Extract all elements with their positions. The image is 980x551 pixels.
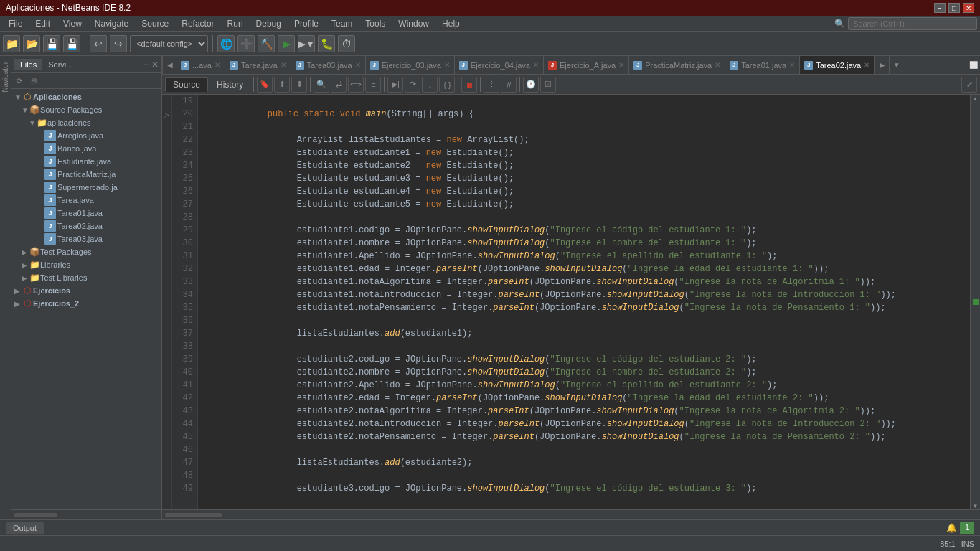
diff-btn[interactable]: ⇄ xyxy=(331,77,347,93)
menu-view[interactable]: View xyxy=(57,17,88,30)
tree-item-tarea[interactable]: ▶ J Tarea.java xyxy=(11,194,161,207)
tab-ejercicio04[interactable]: J Ejercicio_04.java ✕ xyxy=(455,56,544,74)
search-input[interactable] xyxy=(848,17,977,30)
run-button[interactable]: ▶ xyxy=(278,35,295,52)
tab-tarea02[interactable]: J Tarea02.java ✕ xyxy=(800,56,875,74)
fold-btn-20[interactable]: ▷ xyxy=(162,108,171,121)
tab-tarea01[interactable]: J Tarea01.java ✕ xyxy=(725,56,800,74)
source-tab[interactable]: Source xyxy=(165,77,208,92)
tab-files[interactable]: Files xyxy=(14,59,42,70)
menu-navigate[interactable]: Navigate xyxy=(89,17,134,30)
tab-close-ej03[interactable]: ✕ xyxy=(444,61,450,69)
tree-item-aplicaciones[interactable]: ▼ ⬡ Aplicaciones xyxy=(11,90,161,103)
menu-team[interactable]: Team xyxy=(326,17,358,30)
globe-button[interactable]: 🌐 xyxy=(217,35,235,52)
tab-ejercicioA[interactable]: J Ejercicio_A.java ✕ xyxy=(544,56,629,74)
menu-window[interactable]: Window xyxy=(392,17,435,30)
code-line-37[interactable]: listaEstudiantes.add(estudiante1); xyxy=(198,327,970,340)
tab-close-tarea[interactable]: ✕ xyxy=(281,61,286,69)
code-line-25[interactable]: Estudiante estudiante3 = new Estudiante(… xyxy=(198,172,970,185)
history-btn2[interactable]: 🕐 xyxy=(523,77,539,93)
tree-item-source-packages[interactable]: ▼ 📦 Source Packages xyxy=(11,103,161,116)
menu-refactor[interactable]: Refactor xyxy=(176,17,220,30)
undo-button[interactable]: ↩ xyxy=(90,35,107,52)
code-line-48[interactable] xyxy=(198,469,970,482)
code-line-30[interactable]: estudiante1.nombre = JOptionPane.showInp… xyxy=(198,237,970,250)
tab-close-tarea01[interactable]: ✕ xyxy=(789,61,795,69)
profile-button[interactable]: ⏱ xyxy=(338,35,355,52)
menu-tools[interactable]: Tools xyxy=(359,17,391,30)
expand-source[interactable]: ▼ xyxy=(22,106,29,114)
run-to-cursor[interactable]: ▶| xyxy=(387,77,403,93)
diff3-btn[interactable]: ≡ xyxy=(365,77,381,93)
history-tab[interactable]: History xyxy=(209,78,250,91)
tab-close-practica[interactable]: ✕ xyxy=(715,61,720,69)
tree-scrollbar[interactable] xyxy=(11,509,161,519)
tab-scroll-right[interactable]: ▶ xyxy=(875,56,889,74)
code-line-21[interactable] xyxy=(198,121,970,133)
step-into[interactable]: ↓ xyxy=(422,77,438,93)
code-line-24[interactable]: Estudiante estudiante2 = new Estudiante(… xyxy=(198,159,970,172)
tab-close-javaave[interactable]: ✕ xyxy=(215,61,220,69)
code-line-20[interactable]: public static void main(String[] args) { xyxy=(198,108,970,121)
tab-close-ejA[interactable]: ✕ xyxy=(618,61,624,69)
save-button[interactable]: 💾 xyxy=(43,35,60,52)
menu-source[interactable]: Source xyxy=(136,17,174,30)
tree-item-test-pkgs[interactable]: ▶ 📦 Test Packages xyxy=(11,245,161,258)
code-line-32[interactable]: estudiante1.edad = Integer.parseInt(JOpt… xyxy=(198,263,970,276)
code-line-23[interactable]: Estudiante estudiante1 = new Estudiante(… xyxy=(198,146,970,159)
diff2-btn[interactable]: ⟺ xyxy=(348,77,364,93)
menu-file[interactable]: File xyxy=(3,17,28,30)
add-button[interactable]: ➕ xyxy=(237,35,255,52)
save-all-button[interactable]: 💾 xyxy=(63,35,80,52)
tree-item-super[interactable]: ▶ J Supermercado.ja xyxy=(11,181,161,194)
code-line-43[interactable]: estudiante2.notaAlgoritima = Integer.par… xyxy=(198,405,970,418)
code-line-19[interactable] xyxy=(198,95,970,108)
right-scrollbar[interactable]: ▲ ▼ xyxy=(970,95,980,509)
search-btn[interactable]: 🔍 xyxy=(314,77,329,93)
tab-javaave[interactable]: J ...ava ✕ xyxy=(176,56,225,74)
tree-item-banco[interactable]: ▶ J Banco.java xyxy=(11,142,161,155)
code-line-29[interactable]: estudiante1.codigo = JOptionPane.showInp… xyxy=(198,224,970,237)
code-line-36[interactable] xyxy=(198,314,970,327)
code-line-35[interactable]: estudiante1.notaPensamiento = Integer.pa… xyxy=(198,301,970,314)
tab-close-tarea03[interactable]: ✕ xyxy=(355,61,361,69)
tree-item-practica[interactable]: ▶ J PracticaMatriz.ja xyxy=(11,168,161,181)
code-line-40[interactable]: estudiante2.nombre = JOptionPane.showInp… xyxy=(198,366,970,379)
match-brace[interactable]: { } xyxy=(439,77,455,93)
redo-button[interactable]: ↪ xyxy=(110,35,127,52)
tasks-btn[interactable]: ☑ xyxy=(540,77,556,93)
debug-button[interactable]: 🐛 xyxy=(318,35,335,52)
code-line-33[interactable]: estudiante1.notaAlgoritima = Integer.par… xyxy=(198,276,970,288)
next-bookmark[interactable]: ⬇ xyxy=(291,77,307,93)
toggle-bookmark[interactable]: 🔖 xyxy=(257,77,273,93)
tab-tarea[interactable]: J Tarea.java ✕ xyxy=(225,56,291,74)
menu-edit[interactable]: Edit xyxy=(29,17,56,30)
code-line-46[interactable] xyxy=(198,443,970,456)
tree-item-aplicaciones-pkg[interactable]: ▼ 📁 aplicaciones xyxy=(11,116,161,129)
prev-bookmark[interactable]: ⬆ xyxy=(274,77,290,93)
open-project-button[interactable]: 📂 xyxy=(23,35,40,52)
panel-close-button[interactable]: ✕ xyxy=(151,60,159,70)
code-line-34[interactable]: estudiante1.notaIntroduccion = Integer.p… xyxy=(198,288,970,301)
code-line-22[interactable]: ArrayList listaEstudiantes = new ArrayLi… xyxy=(198,133,970,146)
tree-item-ejercicios2[interactable]: ▶ ⬡ Ejercicios_2 xyxy=(11,297,161,310)
run-more-button[interactable]: ▶▼ xyxy=(298,35,315,52)
expand-test[interactable]: ▶ xyxy=(22,248,29,256)
code-line-45[interactable]: estudiante2.notaPensamiento = Integer.pa… xyxy=(198,430,970,443)
close-button[interactable]: ✕ xyxy=(963,3,974,13)
tree-item-tarea02[interactable]: ▶ J Tarea02.java xyxy=(11,220,161,232)
tab-services[interactable]: Servi... xyxy=(42,59,78,70)
menu-run[interactable]: Run xyxy=(222,17,249,30)
code-line-44[interactable]: estudiante2.notaIntroduccion = Integer.p… xyxy=(198,418,970,430)
tree-item-arreglos[interactable]: ▶ J Arreglos.java xyxy=(11,129,161,142)
minimize-button[interactable]: − xyxy=(934,3,946,13)
code-line-31[interactable]: estudiante1.Apellido = JOptionPane.showI… xyxy=(198,250,970,263)
bottom-scrollbar[interactable] xyxy=(162,509,980,519)
tab-tarea03[interactable]: J Tarea03.java ✕ xyxy=(291,56,366,74)
config-select[interactable]: <default config> xyxy=(130,35,208,52)
tab-scroll-left[interactable]: ◀ xyxy=(162,56,176,74)
sync-button[interactable]: ⟳ xyxy=(13,75,26,88)
code-editor[interactable]: public static void main(String[] args) {… xyxy=(198,95,970,509)
step-over[interactable]: ↷ xyxy=(405,77,420,93)
